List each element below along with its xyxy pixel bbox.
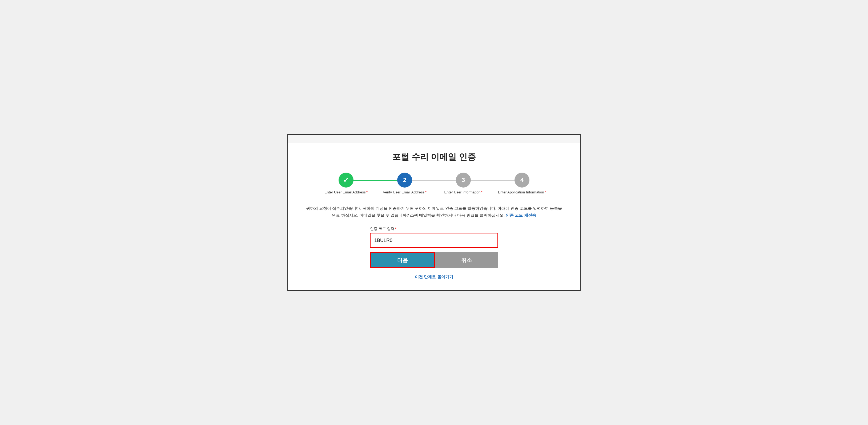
code-field-label: 인증 코드 입력* <box>370 227 498 231</box>
button-row: 다음 취소 <box>370 252 498 268</box>
verification-code-input[interactable] <box>370 233 498 248</box>
back-link[interactable]: 이전 단계로 돌아가기 <box>415 275 453 280</box>
description-text: 귀하의 요청이 접수되었습니다. 귀하의 계정을 인증하기 위해 귀하의 이메일… <box>304 205 564 219</box>
content-area: 포털 수리 이메일 인증 Enter User Email Address* 2… <box>288 143 580 290</box>
resend-link[interactable]: 인증 코드 재전송 <box>506 213 536 218</box>
code-field-wrapper: 인증 코드 입력* <box>370 227 498 248</box>
step-item-3: 3 Enter User Information* <box>434 173 493 194</box>
step-label-4: Enter Application Information* <box>498 190 546 194</box>
page-title: 포털 수리 이메일 인증 <box>304 151 564 163</box>
step-item-1: Enter User Email Address* <box>317 173 375 194</box>
next-button[interactable]: 다음 <box>370 252 435 268</box>
step-circle-1 <box>339 173 353 188</box>
step-item-4: 4 Enter Application Information* <box>493 173 551 194</box>
main-window: 포털 수리 이메일 인증 Enter User Email Address* 2… <box>287 134 581 291</box>
cancel-button[interactable]: 취소 <box>435 252 498 268</box>
step-circle-4: 4 <box>515 173 529 188</box>
step-label-2: Verify User Email Address* <box>383 190 426 194</box>
step-item-2: 2 Verify User Email Address* <box>375 173 434 194</box>
top-bar <box>288 135 580 143</box>
step-label-1: Enter User Email Address* <box>324 190 368 194</box>
form-area: 인증 코드 입력* 다음 취소 이전 단계로 돌아가기 <box>304 227 564 280</box>
stepper: Enter User Email Address* 2 Verify User … <box>304 173 564 194</box>
step-circle-2: 2 <box>397 173 412 188</box>
step-label-3: Enter User Information* <box>444 190 482 194</box>
step-circle-3: 3 <box>456 173 471 188</box>
